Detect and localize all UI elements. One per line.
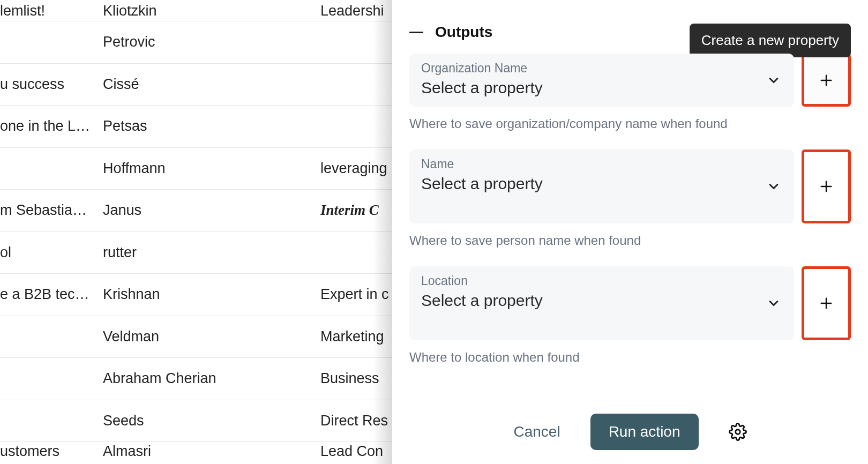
table-row[interactable]: lemlist!KliotzkinLeadershi [0,0,392,21]
cell-col2: Petrovic [103,34,320,50]
add-property-highlight [802,266,851,340]
property-select[interactable]: LocationSelect a property [409,266,794,340]
add-property-highlight [802,54,851,107]
table-pane: lemlist!KliotzkinLeadershiPetrovicu succ… [0,0,392,464]
property-label: Organization Name [421,61,782,76]
cell-col2: Kliotzkin [103,3,320,19]
cell-col3: Business [320,370,392,387]
cell-col3: leveraging [320,160,392,177]
cell-col2: Almasri [103,443,320,460]
property-value: Select a property [421,175,782,193]
table-row[interactable]: SeedsDirect Res [0,400,392,443]
panel-header: Outputs Create a new property [392,0,868,54]
cell-col2: Petsas [103,118,320,134]
chevron-down-icon [766,73,781,88]
helper-text: Where to location when found [409,350,851,365]
panel-footer: Cancel Run action [392,398,868,464]
plus-icon [819,73,834,88]
add-property-button[interactable] [804,152,848,221]
property-select[interactable]: NameSelect a property [409,149,794,223]
cell-col2: Krishnan [103,286,320,303]
cancel-button[interactable]: Cancel [513,423,560,440]
svg-point-6 [735,430,740,435]
add-property-highlight [802,149,851,223]
cell-col2: rutter [103,244,320,261]
table-row[interactable]: ustomersAlmasriLead Con [0,442,392,460]
run-action-button[interactable]: Run action [590,414,699,450]
cell-col1: one in the L… [0,118,103,134]
table-row[interactable]: Abraham CherianBusiness [0,358,392,400]
plus-icon [819,179,834,194]
table-row[interactable]: u successCissé [0,64,392,106]
cell-col2: Seeds [103,413,320,429]
output-block: NameSelect a propertyWhere to save perso… [409,149,851,248]
output-row: Organization NameSelect a property [409,54,851,107]
collapse-icon[interactable] [409,32,423,33]
cell-col2: Abraham Cherian [103,370,320,387]
property-label: Location [421,274,782,288]
cell-col3: Marketing [320,328,392,345]
property-select[interactable]: Organization NameSelect a property [409,54,794,107]
table-row[interactable]: m Sebastia…JanusInterim C [0,190,392,232]
cell-col1: ustomers [0,443,103,460]
cell-col2: Veldman [103,328,320,345]
cell-col1: lemlist! [0,3,103,19]
create-property-tooltip: Create a new property [690,24,851,57]
cell-col1: u success [0,76,103,93]
property-label: Name [421,157,782,171]
settings-gear-icon[interactable] [729,423,747,441]
chevron-down-icon [766,179,781,194]
output-row: LocationSelect a property [409,266,851,340]
cell-col1: m Sebastia… [0,202,103,219]
output-block: LocationSelect a propertyWhere to locati… [409,266,851,365]
output-block: Organization NameSelect a propertyWhere … [409,54,851,131]
cell-col3: Interim C [320,202,392,219]
cell-col1: e a B2B tec… [0,286,103,303]
outputs-panel: Outputs Create a new property Organizati… [392,0,868,464]
cell-col3: Lead Con [320,443,392,460]
helper-text: Where to save organization/company name … [409,116,851,131]
table-row[interactable]: Hoffmannleveraging [0,148,392,190]
cell-col2: Hoffmann [103,160,320,177]
property-value: Select a property [421,291,782,310]
table-row[interactable]: VeldmanMarketing [0,316,392,358]
cell-col3: Leadershi [320,3,392,19]
add-property-button[interactable] [804,269,848,338]
cell-col2: Cissé [103,76,320,93]
table-row[interactable]: olrutter [0,232,392,274]
table-row[interactable]: e a B2B tec…KrishnanExpert in c [0,274,392,316]
helper-text: Where to save person name when found [409,233,851,248]
output-row: NameSelect a property [409,149,851,223]
panel-title: Outputs [435,24,492,41]
table-row[interactable]: Petrovic [0,21,392,64]
panel-body: Organization NameSelect a propertyWhere … [392,54,868,398]
chevron-down-icon [766,296,781,311]
table-row[interactable]: one in the L…Petsas [0,106,392,148]
cell-col1: ol [0,244,103,261]
cell-col3: Expert in c [320,286,392,303]
plus-icon [819,296,834,311]
cell-col3: Direct Res [320,413,392,429]
property-value: Select a property [421,79,782,97]
add-property-button[interactable] [804,56,848,104]
cell-col2: Janus [103,202,320,219]
